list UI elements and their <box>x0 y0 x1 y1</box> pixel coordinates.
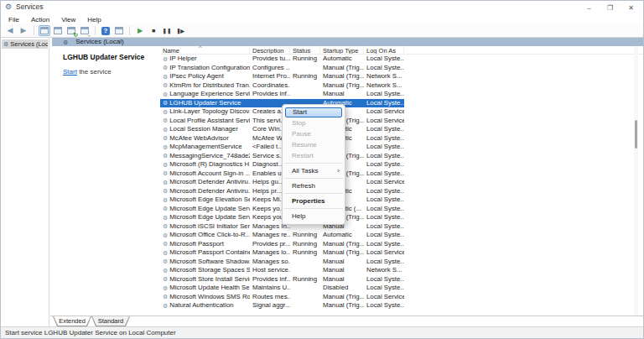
table-row[interactable]: ⚙Language Experience ServiceProvides inf… <box>160 90 404 99</box>
tree-item-services-local[interactable]: ⚙ Services (Local) <box>2 39 48 49</box>
context-menu-item-all-tasks[interactable]: All Tasks› <box>283 165 345 176</box>
forward-icon[interactable]: ▶ <box>18 25 29 36</box>
service-gear-icon: ⚙ <box>163 232 168 238</box>
table-row[interactable]: ⚙Microsoft Office Click-to-R...Manages r… <box>160 231 404 240</box>
context-menu-item-refresh[interactable]: Refresh <box>283 180 345 191</box>
service-name: IP Translation Configuration... <box>169 64 250 73</box>
service-logon-cell: Local Syste... <box>364 258 404 267</box>
table-row[interactable]: ⚙IPsec Policy AgentInternet Pro...Runnin… <box>160 72 404 81</box>
service-startup-cell: Manual (Trig... <box>320 301 364 310</box>
tab-extended[interactable]: Extended <box>53 316 91 326</box>
service-name: Microsoft Edge Update Serv... <box>169 213 250 222</box>
menu-file[interactable]: File <box>3 16 25 23</box>
context-menu-item-restart: Restart <box>283 150 345 161</box>
service-status-cell <box>290 301 320 310</box>
context-menu-item-start[interactable]: Start <box>285 107 342 117</box>
context-menu-item-properties[interactable]: Properties <box>283 196 345 206</box>
service-name-cell: ⚙Microsoft Store Install Service <box>160 275 250 284</box>
service-logon-cell: Local Syste... <box>364 205 404 214</box>
back-icon[interactable]: ◀ <box>4 25 16 36</box>
column-header-startup-type[interactable]: Startup Type <box>320 46 364 54</box>
table-row[interactable]: ⚙Microsoft Storage Spaces S...Host servi… <box>160 266 404 275</box>
start-service-icon[interactable]: ▶ <box>134 25 146 36</box>
table-row[interactable]: ⚙Microsoft Passport ContainerManages lo.… <box>160 248 404 258</box>
service-status-cell <box>290 64 320 73</box>
menu-action[interactable]: Action <box>25 16 55 23</box>
table-row[interactable]: ⚙Natural AuthenticationSignal aggr...Man… <box>160 301 404 310</box>
minimize-button[interactable]: – <box>579 1 600 14</box>
column-header-status[interactable]: Status <box>290 46 320 54</box>
scrollbar-thumb[interactable] <box>635 120 637 149</box>
help-icon[interactable]: ? <box>100 25 112 36</box>
tab-label: Extended <box>54 316 91 326</box>
window-controls: –❐✕ <box>579 1 641 14</box>
service-description-cell: Manages lo... <box>250 248 290 258</box>
service-gear-icon: ⚙ <box>163 170 168 176</box>
menu-help[interactable]: Help <box>81 16 106 23</box>
service-status-cell <box>290 266 320 275</box>
refresh-icon[interactable]: ↻ <box>65 25 77 36</box>
pause-service-icon[interactable]: ❚❚ <box>161 25 173 36</box>
table-row[interactable]: ⚙Microsoft Store Install ServiceProvides… <box>160 275 404 284</box>
vertical-scrollbar[interactable] <box>634 46 638 316</box>
export-list-icon[interactable]: → <box>79 25 91 36</box>
service-name-cell: ⚙Microsoft Edge Elevation Se... <box>160 196 250 205</box>
service-logon-cell: Local Syste... <box>364 213 404 222</box>
table-row[interactable]: ⚙Microsoft Software Shadow...Manages so.… <box>160 258 404 267</box>
service-logon-cell: Local Syste... <box>364 284 404 293</box>
stop-service-icon[interactable]: ■ <box>148 25 159 36</box>
restore-button[interactable]: ❐ <box>600 1 621 14</box>
service-startup-cell: Manual <box>320 275 364 284</box>
service-logon-cell: Local Service <box>364 248 404 258</box>
table-row[interactable]: ⚙Microsoft Windows SMS Ro...Routes mes..… <box>160 293 404 302</box>
service-name-cell: ⚙Local Session Manager <box>160 125 250 134</box>
service-logon-cell: Local Syste... <box>364 99 404 108</box>
properties-window-icon[interactable] <box>52 25 64 36</box>
service-logon-cell: Local Syste... <box>364 240 404 249</box>
context-menu-item-stop: Stop <box>283 117 345 128</box>
service-name: Microsoft iSCSI Initiator Ser... <box>169 222 250 232</box>
restart-service-icon[interactable]: ❚▶ <box>174 25 186 36</box>
table-row[interactable]: ⚙Microsoft Update Health Se...Maintains … <box>160 284 404 293</box>
table-row[interactable]: ⚙IP Translation Configuration...Configur… <box>160 64 404 73</box>
column-header-description[interactable]: Description <box>250 46 290 54</box>
tree-item-label: Services (Local) <box>10 40 48 48</box>
column-header-name[interactable]: Name <box>160 46 250 54</box>
service-name-cell: ⚙Microsoft Account Sign-in ... <box>160 170 250 179</box>
menu-view[interactable]: View <box>55 16 81 23</box>
show-console-tree-icon[interactable] <box>39 25 50 36</box>
service-name: Microsoft Storage Spaces S... <box>169 266 250 275</box>
service-gear-icon: ⚙ <box>163 197 168 203</box>
new-window-icon[interactable] <box>113 25 125 36</box>
service-logon-cell: Local Syste... <box>364 275 404 284</box>
table-row[interactable]: ⚙IP HelperProvides tu...RunningAutomatic… <box>160 55 404 64</box>
service-name: Microsoft Defender Antiviru... <box>169 187 250 196</box>
service-gear-icon: ⚙ <box>163 109 168 115</box>
start-service-link[interactable]: Start <box>63 68 77 76</box>
service-logon-cell: Local Syste... <box>364 196 404 205</box>
sort-ascending-icon: ^ <box>199 44 202 51</box>
service-description-cell: Internet Pro... <box>250 72 290 81</box>
context-menu-item-help[interactable]: Help <box>283 211 345 222</box>
column-header-log-on-as[interactable]: Log On As <box>364 46 404 54</box>
service-name-cell: ⚙IP Translation Configuration... <box>160 64 250 73</box>
service-gear-icon: ⚙ <box>163 117 168 123</box>
service-gear-icon: ⚙ <box>163 294 168 300</box>
table-row[interactable]: ⚙KtmRm for Distributed Tran...Coordinate… <box>160 81 404 91</box>
service-name-cell: ⚙Microsoft (R) Diagnostics H... <box>160 160 250 170</box>
close-button[interactable]: ✕ <box>621 1 641 14</box>
pane-header-title: Services (Local) <box>75 39 123 45</box>
table-row[interactable]: ⚙Microsoft PassportProvides pr...Running… <box>160 240 404 249</box>
service-name-cell: ⚙Microsoft Defender Antiviru... <box>160 178 250 187</box>
service-gear-icon: ⚙ <box>163 82 168 88</box>
service-description-cell: Manages re... <box>250 231 290 240</box>
toolbar-separator <box>34 26 34 35</box>
service-logon-cell: Local Service <box>364 117 404 126</box>
service-logon-cell: Network S... <box>364 72 404 81</box>
service-gear-icon: ⚙ <box>163 91 168 97</box>
menu-divider <box>284 163 343 164</box>
tab-standard[interactable]: Standard <box>91 316 130 326</box>
service-name: Microsoft Edge Update Serv... <box>169 205 250 214</box>
window-title: Services <box>16 3 44 11</box>
service-description-cell: Host service... <box>250 266 290 275</box>
